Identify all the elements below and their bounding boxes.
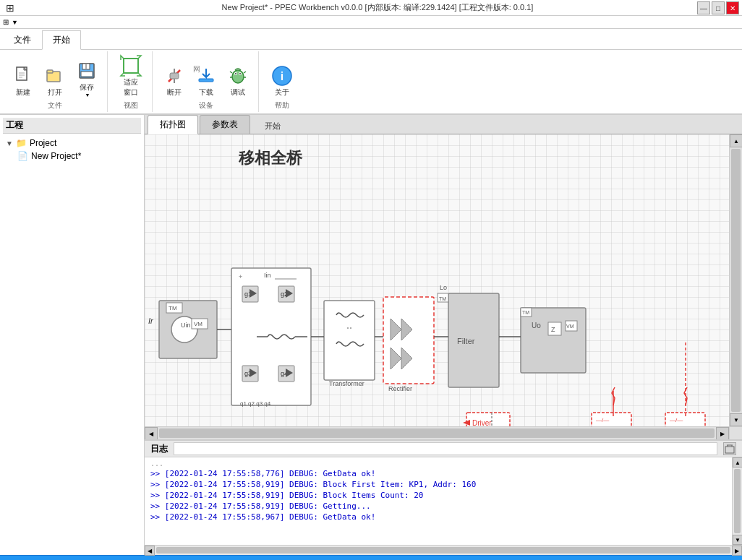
disconnect-button[interactable]: 断开 xyxy=(160,63,189,99)
scroll-right-button[interactable]: ▶ xyxy=(716,427,729,439)
scroll-thumb-h[interactable] xyxy=(159,428,715,438)
tab-start[interactable]: 开始 xyxy=(257,119,288,134)
close-button[interactable]: ✕ xyxy=(726,1,739,14)
status-bar: ✓ 已连接 设备型号:-, 固件版本:0:0:0 xyxy=(0,555,742,560)
log-line: >> [2022-01-24 17:55:58,919] DEBUG: Gett… xyxy=(150,501,726,512)
about-button[interactable]: i 关于 xyxy=(268,63,297,99)
svg-rect-9 xyxy=(81,72,93,77)
svg-text:Rectifier: Rectifier xyxy=(388,385,412,392)
log-clear-button[interactable] xyxy=(723,442,736,455)
svg-text:+: + xyxy=(239,273,242,280)
svg-rect-16 xyxy=(199,79,213,82)
save-label: 保存 xyxy=(80,82,94,92)
tab-params[interactable]: 参数表 xyxy=(200,115,250,134)
minimize-button[interactable]: — xyxy=(697,1,710,14)
log-scroll-down[interactable]: ▼ xyxy=(733,535,742,545)
debug-button[interactable]: 调试 xyxy=(223,63,252,99)
debug-label: 调试 xyxy=(231,87,245,98)
about-label: 关于 xyxy=(275,87,289,98)
svg-text:Iin: Iin xyxy=(264,272,271,279)
scroll-down-button[interactable]: ▼ xyxy=(730,413,742,426)
log-header: 日志 xyxy=(145,441,742,457)
log-title: 日志 xyxy=(150,443,168,455)
disconnect-label: 断开 xyxy=(167,87,182,98)
ribbon: 文件 开始 新建 xyxy=(0,29,742,115)
svg-rect-10 xyxy=(85,64,87,69)
vertical-scrollbar[interactable]: ▲ ▼ xyxy=(729,134,742,426)
log-scroll-right[interactable]: ▶ xyxy=(732,546,742,556)
svg-text:TM: TM xyxy=(522,310,529,315)
save-icon xyxy=(75,59,98,82)
project-label: Project xyxy=(30,138,56,148)
log-filter-input[interactable] xyxy=(174,442,717,455)
log-area: 日志 ... >> [2022-01-24 17:55:58,776] DEBU… xyxy=(145,439,742,555)
svg-text:q1  q2   q3  q4: q1 q2 q3 q4 xyxy=(240,400,271,407)
ribbon-content: 新建 打开 xyxy=(0,49,742,113)
log-horizontal-scrollbar[interactable]: ◀ ▶ xyxy=(145,545,742,555)
log-scroll-left[interactable]: ◀ xyxy=(145,546,155,556)
svg-text:移相全桥: 移相全桥 xyxy=(238,149,303,167)
log-hscroll-thumb[interactable] xyxy=(156,547,730,553)
new-button[interactable]: 新建 xyxy=(9,63,38,99)
tree-arrow-project: ▼ xyxy=(6,139,13,147)
title-bar-text: New Project* - PPEC Workbench v0.0.0 [内部… xyxy=(19,2,736,13)
tab-home[interactable]: 开始 xyxy=(42,30,81,50)
scroll-left-button[interactable]: ◀ xyxy=(145,427,158,439)
maximize-button[interactable]: □ xyxy=(712,1,725,14)
download-button[interactable]: 网 下载 xyxy=(192,63,221,99)
sidebar-title: 工程 xyxy=(3,118,141,134)
diagram-area[interactable]: 移相全桥 Uin ~ VM TM Ir xyxy=(145,134,742,439)
quick-access-dropdown[interactable]: ▼ xyxy=(12,19,18,26)
disconnect-icon xyxy=(163,64,186,87)
svg-text:Ir: Ir xyxy=(148,316,154,325)
svg-text:i: i xyxy=(281,70,283,82)
sidebar: 工程 ▼ 📁 Project 📄 New Project* xyxy=(0,115,145,555)
device-group-label: 设备 xyxy=(199,100,213,111)
log-line: >> [2022-01-24 17:55:58,776] DEBUG: GetD… xyxy=(150,468,726,479)
svg-text:Uo: Uo xyxy=(532,322,541,329)
svg-text:VM: VM xyxy=(566,324,574,329)
new-icon xyxy=(12,64,35,87)
scroll-thumb-v[interactable] xyxy=(731,149,741,412)
scroll-up-button[interactable]: ▲ xyxy=(730,134,742,147)
log-scroll-thumb[interactable] xyxy=(734,469,741,533)
save-button[interactable]: 保存 xyxy=(72,58,101,99)
horizontal-scrollbar[interactable]: ◀ ▶ xyxy=(145,426,729,439)
tree-item-project[interactable]: ▼ 📁 Project xyxy=(3,137,141,150)
tab-topology[interactable]: 拓扑图 xyxy=(148,115,198,134)
svg-text:TM: TM xyxy=(169,305,177,311)
svg-rect-6 xyxy=(47,70,53,73)
svg-text:—/—: —/— xyxy=(596,417,609,423)
svg-text:Lo: Lo xyxy=(440,284,447,291)
project-folder-icon: 📁 xyxy=(16,138,27,148)
view-group-label: 视图 xyxy=(124,100,138,111)
tree-item-new-project[interactable]: 📄 New Project* xyxy=(3,150,141,163)
debug-icon xyxy=(226,64,250,87)
svg-text:TM: TM xyxy=(439,296,446,301)
title-bar-controls: — □ ✕ xyxy=(697,1,739,14)
log-line: >> [2022-01-24 17:55:58,919] DEBUG: Bloc… xyxy=(150,490,726,501)
log-scrollbar[interactable]: ▲ ▼ xyxy=(732,457,742,545)
log-line: >> [2022-01-24 17:55:58,967] DEBUG: GetD… xyxy=(150,512,726,522)
help-group-label: 帮助 xyxy=(275,100,289,111)
log-scroll-up[interactable]: ▲ xyxy=(733,457,742,468)
open-button[interactable]: 打开 xyxy=(40,63,69,99)
fit-window-button[interactable]: 适应窗口 xyxy=(116,53,145,99)
svg-point-17 xyxy=(232,70,244,83)
open-icon xyxy=(43,64,67,87)
svg-point-20 xyxy=(235,73,236,74)
svg-rect-57 xyxy=(324,301,375,380)
file-group-label: 文件 xyxy=(48,100,62,111)
log-line: ... xyxy=(150,459,726,468)
tab-file[interactable]: 文件 xyxy=(3,30,42,49)
svg-point-21 xyxy=(239,73,241,74)
svg-text:—/—: —/— xyxy=(670,417,683,423)
svg-text:Transformer: Transformer xyxy=(329,380,364,387)
app-icon: ⊞ xyxy=(3,18,9,26)
svg-rect-120 xyxy=(725,447,734,453)
svg-text:Z: Z xyxy=(551,326,555,333)
svg-text:Filter: Filter xyxy=(457,337,475,345)
main-area: 工程 ▼ 📁 Project 📄 New Project* 拓扑图 参数表 开始… xyxy=(0,115,742,555)
svg-line-23 xyxy=(244,72,246,73)
svg-text:Uin: Uin xyxy=(181,322,191,329)
